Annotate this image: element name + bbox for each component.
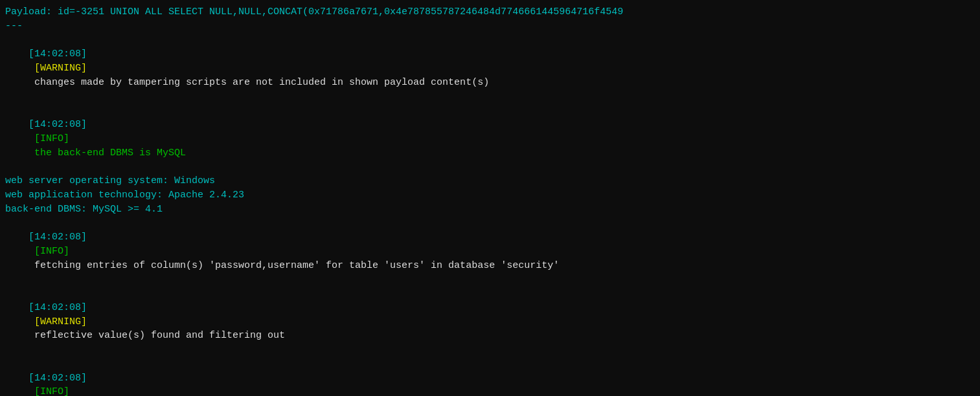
tag-warning-4: [WARNING]: [28, 316, 87, 327]
timestamp-1: [14:02:08]: [28, 49, 87, 60]
payload-line: Payload: id=-3251 UNION ALL SELECT NULL,…: [5, 5, 975, 19]
log-line-4: [14:02:08] [WARNING] reflective value(s)…: [5, 287, 975, 357]
log-line-2: [14:02:08] [INFO] the back-end DBMS is M…: [5, 104, 975, 174]
terminal-window: Payload: id=-3251 UNION ALL SELECT NULL,…: [3, 4, 977, 396]
tag-info-3: [INFO]: [28, 246, 69, 257]
separator-line: ---: [5, 19, 975, 34]
tag-info-2: [INFO]: [28, 133, 69, 144]
message-1: changes made by tampering scripts are no…: [28, 77, 489, 88]
tech-line: web application technology: Apache 2.4.2…: [5, 188, 975, 203]
log-line-3: [14:02:08] [INFO] fetching entries of co…: [5, 216, 975, 287]
dbms-line: back-end DBMS: MySQL >= 4.1: [5, 203, 975, 217]
tag-info-5: [INFO]: [28, 386, 69, 396]
os-line: web server operating system: Windows: [5, 174, 975, 188]
timestamp-5: [14:02:08]: [28, 373, 87, 384]
timestamp-3: [14:02:08]: [28, 232, 87, 243]
log-line-1: [14:02:08] [WARNING] changes made by tam…: [5, 34, 975, 104]
message-2: the back-end DBMS is MySQL: [28, 148, 186, 159]
message-3: fetching entries of column(s) 'password,…: [28, 260, 559, 271]
tag-warning-1: [WARNING]: [28, 63, 87, 74]
message-4: reflective value(s) found and filtering …: [28, 330, 285, 341]
timestamp-2: [14:02:08]: [28, 119, 87, 130]
log-line-5: [14:02:08] [INFO] retrieved: 'Dumb','Dum…: [5, 357, 975, 396]
timestamp-4: [14:02:08]: [28, 302, 87, 313]
